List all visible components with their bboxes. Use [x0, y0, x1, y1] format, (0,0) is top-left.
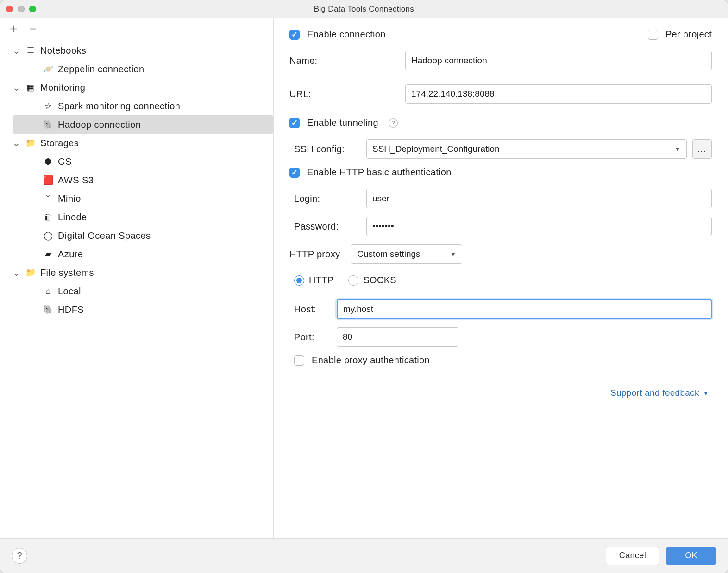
chevron-down-icon: ▼	[450, 250, 456, 258]
enable-http-basic-label: Enable HTTP basic authentication	[307, 167, 452, 178]
enable-proxy-auth-label: Enable proxy authentication	[312, 355, 430, 366]
ssh-config-label: SSH config:	[294, 144, 366, 155]
tree-category-label: Monitoring	[40, 82, 85, 93]
linode-icon: 🗑	[43, 212, 53, 222]
tree-item-label: Local	[58, 286, 81, 297]
grid-icon: ▦	[25, 82, 36, 93]
tree-item[interactable]: 🗑Linode	[13, 208, 273, 226]
ssh-config-more-button[interactable]: …	[692, 139, 712, 159]
login-label: Login:	[294, 193, 366, 204]
proxy-type-socks-radio[interactable]	[348, 275, 358, 286]
tree-item[interactable]: 🐘Hadoop connection	[13, 115, 273, 134]
tree-item-label: HDFS	[58, 305, 84, 315]
chevron-down-icon: ⌄	[13, 45, 21, 56]
tree-item-label: Digital Ocean Spaces	[58, 230, 151, 241]
tree-category[interactable]: ⌄📁File systems	[13, 263, 273, 282]
proxy-type-socks-label: SOCKS	[363, 275, 396, 286]
enable-tunneling-label: Enable tunneling	[307, 118, 378, 128]
body: ＋ － ⌄☰Notebooks🪐Zeppelin connection⌄▦Mon…	[0, 18, 728, 538]
tree-item-label: Azure	[58, 249, 83, 260]
main-panel: Enable connection Per project Name: URL:…	[274, 18, 728, 538]
notebook-icon: ☰	[25, 45, 36, 56]
chevron-down-icon: ▼	[674, 145, 681, 153]
support-feedback-link[interactable]: Support and feedback ▼	[610, 388, 709, 398]
tree-item[interactable]: ◯Digital Ocean Spaces	[13, 226, 273, 245]
name-label: Name:	[289, 56, 405, 66]
tree-item-label: Spark monitoring connection	[58, 101, 180, 112]
sidebar: ＋ － ⌄☰Notebooks🪐Zeppelin connection⌄▦Mon…	[0, 18, 274, 538]
tree-item-label: AWS S3	[58, 175, 94, 186]
home-icon: ⌂	[43, 286, 53, 296]
tree-item[interactable]: 🪐Zeppelin connection	[13, 60, 273, 78]
connections-tree: ⌄☰Notebooks🪐Zeppelin connection⌄▦Monitor…	[0, 38, 273, 538]
http-proxy-label: HTTP proxy	[289, 249, 340, 260]
hdfs-icon: 🐘	[43, 305, 53, 315]
tree-item-label: Minio	[58, 193, 81, 204]
chevron-down-icon: ⌄	[13, 267, 21, 278]
tree-item[interactable]: ▰Azure	[13, 245, 273, 263]
window-title: Big Data Tools Connections	[0, 5, 728, 14]
gs-icon: ⬢	[43, 156, 53, 167]
aws-icon: 🟥	[43, 175, 53, 185]
tunneling-help-icon[interactable]: ?	[389, 118, 398, 128]
tree-category[interactable]: ⌄▦Monitoring	[13, 78, 273, 97]
per-project-label: Per project	[665, 29, 712, 40]
tree-item-label: Zeppelin connection	[58, 64, 144, 75]
tree-item[interactable]: 🟥AWS S3	[13, 171, 273, 189]
http-proxy-value: Custom settings	[357, 249, 420, 259]
sidebar-toolbar: ＋ －	[0, 18, 273, 38]
enable-tunneling-checkbox[interactable]	[289, 118, 300, 128]
enable-http-basic-checkbox[interactable]	[289, 168, 300, 178]
tree-item[interactable]: ⌂Local	[13, 282, 273, 300]
proxy-host-input[interactable]	[337, 299, 712, 319]
proxy-type-http-label: HTTP	[309, 275, 333, 286]
support-feedback-label: Support and feedback	[610, 388, 699, 398]
add-button[interactable]: ＋	[9, 24, 18, 33]
password-input[interactable]	[366, 217, 712, 236]
tree-category-label: Notebooks	[40, 45, 86, 56]
per-project-checkbox[interactable]	[648, 30, 658, 40]
folder-icon: 📁	[25, 268, 36, 278]
proxy-port-input[interactable]	[337, 327, 458, 347]
proxy-host-label: Host:	[294, 304, 337, 315]
ok-button[interactable]: OK	[666, 547, 716, 565]
ssh-config-select[interactable]: SSH_Deployment_Configuration ▼	[366, 139, 687, 159]
tree-category[interactable]: ⌄📁Storages	[13, 134, 273, 152]
hadoop-icon: 🐘	[43, 119, 53, 130]
folder-storage-icon: 📁	[25, 138, 36, 148]
enable-proxy-auth-checkbox[interactable]	[294, 355, 304, 366]
zeppelin-icon: 🪐	[43, 64, 53, 74]
tree-item[interactable]: ᛉMinio	[13, 189, 273, 208]
azure-icon: ▰	[43, 249, 53, 259]
ssh-config-value: SSH_Deployment_Configuration	[372, 144, 500, 154]
dialog-footer: ? Cancel OK	[0, 538, 728, 573]
minio-icon: ᛉ	[43, 193, 53, 204]
chevron-down-icon: ▼	[703, 390, 709, 397]
enable-connection-label: Enable connection	[307, 29, 386, 40]
tree-item-label: Linode	[58, 212, 87, 223]
cancel-button[interactable]: Cancel	[606, 547, 659, 565]
chevron-down-icon: ⌄	[13, 137, 21, 149]
tree-category-label: File systems	[40, 268, 94, 278]
digitalocean-icon: ◯	[43, 230, 53, 241]
tree-item[interactable]: 🐘HDFS	[13, 300, 273, 319]
enable-connection-checkbox[interactable]	[289, 30, 300, 40]
proxy-type-http-radio[interactable]	[294, 275, 304, 286]
login-input[interactable]	[366, 189, 712, 208]
tree-item[interactable]: ☆Spark monitoring connection	[13, 97, 273, 115]
tree-item-label: Hadoop connection	[58, 119, 141, 130]
content: ＋ － ⌄☰Notebooks🪐Zeppelin connection⌄▦Mon…	[0, 18, 728, 573]
tree-item[interactable]: ⬢GS	[13, 152, 273, 171]
help-button[interactable]: ?	[12, 548, 27, 564]
name-input[interactable]	[405, 51, 712, 70]
http-proxy-select[interactable]: Custom settings ▼	[351, 244, 462, 264]
tree-item-label: GS	[58, 156, 72, 167]
tree-category-label: Storages	[40, 138, 79, 149]
dialog-window: Big Data Tools Connections ＋ － ⌄☰Noteboo…	[0, 0, 728, 573]
tree-category[interactable]: ⌄☰Notebooks	[13, 41, 273, 60]
remove-button[interactable]: －	[28, 24, 38, 33]
proxy-port-label: Port:	[294, 332, 337, 343]
password-label: Password:	[294, 221, 366, 232]
chevron-down-icon: ⌄	[13, 82, 21, 93]
url-input[interactable]	[405, 84, 712, 104]
